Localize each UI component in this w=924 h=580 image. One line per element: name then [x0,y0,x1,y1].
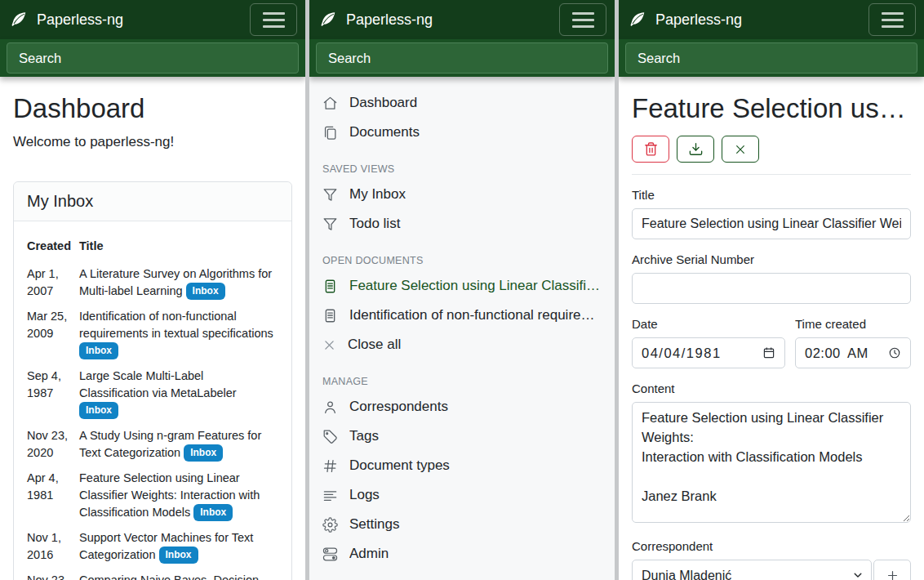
welcome-text: Welcome to paperless-ng! [13,132,292,152]
delete-button[interactable] [632,136,669,163]
toggles-icon [322,547,338,562]
file-text-icon [322,308,338,323]
search-input[interactable] [625,42,917,74]
content-field[interactable]: Feature Selection using Linear Classifie… [632,402,911,523]
app-brand[interactable]: Paperless-ng [10,11,123,29]
dashboard-content: Dashboard Welcome to paperless-ng! My In… [0,77,305,580]
brand-name: Paperless-ng [37,11,123,29]
title-field-label: Title [632,188,911,202]
menu-item-settings[interactable]: Settings [322,510,602,539]
funnel-icon [322,187,338,203]
brand-name: Paperless-ng [346,11,433,29]
gear-icon [322,517,338,533]
menu-item-todo-list[interactable]: Todo list [322,209,602,239]
document-actions [632,136,911,163]
time-value: 02:00 AM [805,346,868,361]
table-row[interactable]: Nov 1, 2016 Support Vector Machines for … [27,522,278,564]
close-icon [322,338,336,352]
open-document-feature-selection[interactable]: Feature Selection using Linear Classifie… [322,271,602,301]
row-document-title[interactable]: A Study Using n-gram Features for Text C… [79,429,261,459]
row-document-title[interactable]: Comparing Naive Bayes, Decision Trees, a… [79,573,259,580]
search-bar [309,39,615,77]
panel-dashboard: Paperless-ng Dashboard Welcome to paperl… [0,0,305,580]
clock-icon[interactable] [888,346,901,359]
divider [632,174,911,175]
date-value: 04/04/1981 [642,346,722,361]
close-document-button[interactable] [722,136,759,163]
house-icon [322,96,338,111]
feather-logo-icon [319,11,337,29]
app-brand[interactable]: Paperless-ng [319,11,433,29]
menu-item-close-all[interactable]: Close all [322,330,602,359]
feather-logo-icon [629,11,646,29]
column-header-created: Created [27,233,79,258]
column-header-title: Title [79,233,278,258]
table-row[interactable]: Nov 23, 2020 A Study Using n-gram Featur… [27,420,278,462]
tag-icon [322,429,338,444]
table-row[interactable]: Apr 4, 1981 Feature Selection using Line… [27,462,278,522]
menu-item-admin[interactable]: Admin [322,539,602,569]
search-bar [619,39,924,77]
asn-field[interactable] [632,273,911,304]
inbox-tag-badge[interactable]: Inbox [184,444,223,462]
row-document-title[interactable]: Feature Selection using Linear Classifie… [79,471,260,519]
table-row[interactable]: Nov 23, 2020 Comparing Naive Bayes, Deci… [27,564,278,580]
hamburger-menu-button[interactable] [250,3,297,36]
hamburger-menu-button[interactable] [868,3,916,36]
logs-icon [322,488,338,503]
search-input[interactable] [7,42,299,74]
row-created-date: Nov 1, 2016 [27,522,79,564]
menu-item-my-inbox[interactable]: My Inbox [322,180,602,209]
trash-icon [643,141,659,157]
add-correspondent-button[interactable] [873,560,911,580]
row-created-date: Mar 25, 2009 [27,301,79,360]
section-header-saved-views: SAVED VIEWS [322,163,602,175]
page-title: Dashboard [13,91,292,126]
row-document-title[interactable]: Large Scale Multi-Label Classification v… [79,369,237,399]
inbox-tag-badge[interactable]: Inbox [79,342,118,359]
menu-item-logs[interactable]: Logs [322,480,602,510]
app-brand[interactable]: Paperless-ng [629,11,742,29]
row-created-date: Nov 23, 2020 [27,420,79,462]
navbar: Paperless-ng [309,0,615,39]
download-icon [688,141,704,157]
row-created-date: Apr 1, 2007 [27,258,79,301]
content-field-label: Content [632,381,911,395]
navigation-menu: Dashboard Documents SAVED VIEWS My Inbox… [309,77,615,580]
inbox-tag-badge[interactable]: Inbox [79,402,118,419]
correspondent-select[interactable]: Dunja Mladenić [632,560,872,580]
row-document-title[interactable]: Identification of non-functional require… [79,310,273,340]
table-row[interactable]: Mar 25, 2009 Identification of non-funct… [27,301,278,360]
row-created-date: Apr 4, 1981 [27,462,79,522]
title-field[interactable] [632,208,911,239]
menu-item-dashboard[interactable]: Dashboard [322,88,602,118]
date-field[interactable]: 04/04/1981 [632,337,785,368]
row-document-title[interactable]: A Literature Survey on Algorithms for Mu… [79,267,272,297]
calendar-icon[interactable] [762,346,775,359]
inbox-tag-badge[interactable]: Inbox [186,283,225,300]
close-icon [734,143,747,156]
row-created-date: Sep 4, 1987 [27,360,79,420]
table-row[interactable]: Apr 1, 2007 A Literature Survey on Algor… [27,258,278,301]
section-header-open-documents: OPEN DOCUMENTS [322,255,602,266]
inbox-tag-badge[interactable]: Inbox [159,547,198,564]
hamburger-menu-button[interactable] [559,3,606,36]
files-icon [322,125,338,141]
download-button[interactable] [677,136,714,163]
document-title-heading: Feature Selection using Linear Classifie… [632,91,911,126]
card-title: My Inbox [14,182,291,221]
menu-item-correspondents[interactable]: Correspondents [322,392,602,422]
funnel-icon [322,216,338,232]
search-bar [0,39,305,77]
menu-item-document-types[interactable]: Document types [322,451,602,480]
open-document-identification[interactable]: Identification of non-functional require… [322,301,602,330]
inbox-tag-badge[interactable]: Inbox [193,504,233,521]
time-created-field[interactable]: 02:00 AM [795,337,911,368]
table-row[interactable]: Sep 4, 1987 Large Scale Multi-Label Clas… [27,360,278,420]
three-panel-view: Paperless-ng Dashboard Welcome to paperl… [0,0,924,580]
menu-item-documents[interactable]: Documents [322,118,602,147]
correspondent-field-label: Correspondent [632,539,911,553]
search-input[interactable] [316,42,608,74]
hash-icon [322,458,338,474]
menu-item-tags[interactable]: Tags [322,422,602,451]
